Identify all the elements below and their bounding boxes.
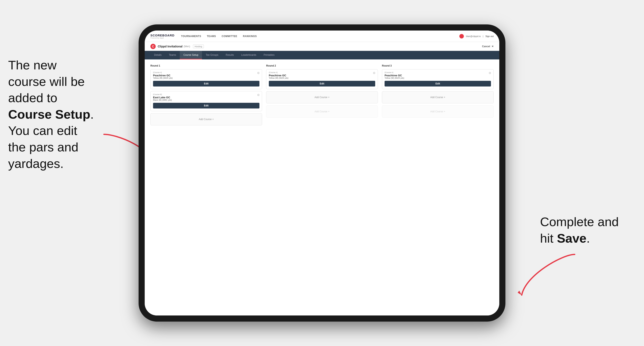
tabs-bar: Details Teams Course Setup Tee Groups Re… [145, 51, 499, 59]
round-2-col: Round 2 ⊙ (Course A) Peachtree GC Yellow… [266, 64, 378, 127]
annotation-period: . [90, 107, 94, 121]
tab-results[interactable]: Results [222, 51, 238, 59]
round-2-course-a-details: Yellow (M) (6629 yds) [269, 77, 375, 79]
round-1-label: Round 1 [150, 64, 262, 67]
round-3-course-a-edit-button[interactable]: Edit [384, 81, 491, 86]
annotation-line4: You can edit [8, 124, 77, 138]
tournament-gender: (Men) [184, 45, 190, 48]
nav-separator: | [483, 35, 484, 37]
round-3-add-course-label: Add Course + [430, 96, 445, 99]
tab-teams[interactable]: Teams [165, 51, 180, 59]
tablet-shell: SCOREBOARD Powered by clippd TOURNAMENTS… [138, 24, 506, 322]
round-1-course-b-details: Black (M) (6891 yds) [153, 99, 260, 101]
annotation-bold-course-setup: Course Setup [8, 107, 90, 121]
round-1-course-a-tag: (Course A) [153, 71, 260, 73]
tournament-hosting-badge: Hosting [193, 45, 204, 48]
round-1-course-b-name: East Lake GC [153, 96, 260, 99]
tab-printables[interactable]: Printables [260, 51, 278, 59]
annotation-line3: added to [8, 91, 57, 105]
annotation-right: Complete and hit Save. [540, 214, 638, 246]
user-avatar [459, 34, 464, 38]
round-2-add-course-label: Add Course + [314, 96, 330, 99]
round-3-course-a-name: Peachtree GC [384, 74, 491, 77]
tab-course-setup[interactable]: Course Setup [180, 51, 202, 59]
nav-committee[interactable]: COMMITTEE [222, 35, 237, 38]
round-1-course-b-edit-button[interactable]: Edit [153, 103, 260, 109]
tab-details[interactable]: Details [150, 51, 165, 59]
round-1-course-a-card: ⊙ (Course A) Peachtree GC Yellow (M) (66… [150, 69, 262, 89]
logo-title: SCOREBOARD [150, 34, 174, 37]
round-2-course-a-edit-button[interactable]: Edit [269, 81, 375, 86]
round-3-course-a-delete[interactable]: ⊙ [488, 71, 492, 75]
tab-tee-groups[interactable]: Tee Groups [202, 51, 222, 59]
annotation-right-period: . [586, 231, 590, 245]
round-2-course-a-name: Peachtree GC [269, 74, 375, 77]
round-3-label: Round 3 [382, 64, 494, 67]
round-1-course-b-card: ⊙ (Course B) East Lake GC Black (M) (689… [150, 91, 262, 111]
rounds-container: Round 1 ⊙ (Course A) Peachtree GC Yellow… [150, 64, 494, 127]
annotation-line1: The new [8, 58, 57, 72]
annotation-right-line1: Complete and [540, 215, 619, 229]
tablet-screen: SCOREBOARD Powered by clippd TOURNAMENTS… [145, 30, 499, 316]
round-1-col: Round 1 ⊙ (Course A) Peachtree GC Yellow… [150, 64, 262, 127]
arrow-right-icon [514, 250, 579, 299]
cancel-x: ✕ [492, 45, 494, 48]
tab-leaderboards[interactable]: Leaderboards [238, 51, 260, 59]
round-2-add-course-button[interactable]: Add Course + [266, 91, 378, 103]
round-1-add-course-button[interactable]: Add Course + [150, 113, 262, 125]
annotation-right-bold: Save [557, 231, 586, 245]
tournament-logo: C [150, 44, 156, 49]
tournament-bar: C Clippd Invitational (Men) Hosting Canc… [145, 42, 499, 51]
round-1-course-b-tag: (Course B) [153, 93, 260, 95]
cancel-button[interactable]: Cancel ✕ [481, 45, 494, 48]
round-2-course-a-delete[interactable]: ⊙ [372, 71, 376, 75]
nav-tournaments[interactable]: TOURNAMENTS [181, 35, 201, 38]
top-nav-right: blair@clippd.io | Sign out [459, 34, 494, 38]
round-1-course-a-name: Peachtree GC [153, 74, 260, 77]
logo-subtitle: Powered by clippd [150, 37, 174, 39]
top-nav-links: TOURNAMENTS TEAMS COMMITTEE RANKINGS [181, 35, 459, 38]
user-email: blair@clippd.io [466, 35, 480, 37]
annotation-line6: yardages. [8, 157, 64, 171]
round-3-course-a-details: Yellow (M) (6629 yds) [384, 77, 491, 79]
round-2-add-course-disabled-label: Add Course + [314, 110, 330, 113]
annotation-left: The new course will be added to Course S… [8, 57, 114, 172]
annotation-right-line2: hit [540, 231, 557, 245]
round-2-course-a-card: ⊙ (Course A) Peachtree GC Yellow (M) (66… [266, 69, 378, 89]
round-1-course-a-details: Yellow (M) (6629 yds) [153, 77, 260, 79]
tournament-name: Clippd Invitational [158, 45, 182, 48]
round-3-col: Round 3 ⊙ (Course A) Peachtree GC Yellow… [382, 64, 494, 127]
round-3-course-a-card: ⊙ (Course A) Peachtree GC Yellow (M) (66… [382, 69, 494, 89]
round-3-add-course-disabled-label: Add Course + [430, 110, 445, 113]
round-2-add-course-disabled: Add Course + [266, 105, 378, 118]
scoreboard-logo: SCOREBOARD Powered by clippd [150, 34, 174, 39]
sign-out-link[interactable]: Sign out [486, 35, 494, 37]
nav-rankings[interactable]: RANKINGS [243, 35, 257, 38]
round-1-add-course-label: Add Course + [199, 118, 214, 121]
cancel-label: Cancel [482, 45, 490, 48]
round-1-course-a-edit-button[interactable]: Edit [153, 81, 260, 86]
round-1-course-b-delete[interactable]: ⊙ [256, 93, 260, 97]
round-3-add-course-button[interactable]: Add Course + [382, 91, 494, 103]
round-2-label: Round 2 [266, 64, 378, 67]
nav-teams[interactable]: TEAMS [207, 35, 216, 38]
svg-marker-1 [518, 291, 522, 295]
round-2-course-a-tag: (Course A) [269, 71, 375, 73]
annotation-line5: the pars and [8, 140, 78, 154]
round-1-course-a-delete[interactable]: ⊙ [256, 71, 260, 75]
annotation-line2: course will be [8, 74, 85, 89]
round-3-add-course-disabled: Add Course + [382, 105, 494, 118]
main-content: Round 1 ⊙ (Course A) Peachtree GC Yellow… [145, 59, 499, 316]
top-nav: SCOREBOARD Powered by clippd TOURNAMENTS… [145, 30, 499, 42]
round-3-course-a-tag: (Course A) [384, 71, 491, 73]
